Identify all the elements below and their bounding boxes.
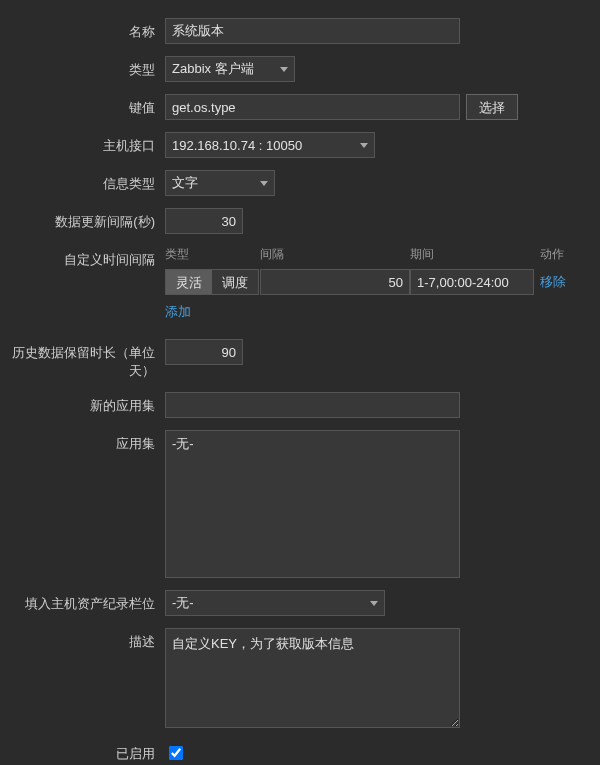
new-application-input[interactable] bbox=[165, 392, 460, 418]
label-key: 键值 bbox=[0, 94, 165, 117]
label-inventory: 填入主机资产纪录栏位 bbox=[0, 590, 165, 613]
type-select[interactable]: Zabbix 客户端 bbox=[165, 56, 295, 82]
label-custom-intervals: 自定义时间间隔 bbox=[0, 246, 165, 269]
inventory-select[interactable]: -无- bbox=[165, 590, 385, 616]
hdr-type: 类型 bbox=[165, 246, 260, 263]
chevron-down-icon bbox=[280, 67, 288, 72]
select-key-button[interactable]: 选择 bbox=[466, 94, 518, 120]
enabled-checkbox[interactable] bbox=[169, 746, 183, 760]
label-desc: 描述 bbox=[0, 628, 165, 651]
update-interval-input[interactable] bbox=[165, 208, 243, 234]
host-interface-value: 192.168.10.74 : 10050 bbox=[172, 138, 302, 153]
seg-scheduling-button[interactable]: 调度 bbox=[212, 270, 258, 294]
interval-value-input[interactable] bbox=[260, 269, 410, 295]
label-type: 类型 bbox=[0, 56, 165, 79]
label-name: 名称 bbox=[0, 18, 165, 41]
interval-type-segment: 灵活 调度 bbox=[165, 269, 259, 295]
label-enabled: 已启用 bbox=[0, 740, 165, 763]
hdr-action: 动作 bbox=[540, 246, 580, 263]
label-apps: 应用集 bbox=[0, 430, 165, 453]
description-textarea[interactable]: 自定义KEY，为了获取版本信息 bbox=[165, 628, 460, 728]
history-days-input[interactable] bbox=[165, 339, 243, 365]
label-update-interval: 数据更新间隔(秒) bbox=[0, 208, 165, 231]
label-info-type: 信息类型 bbox=[0, 170, 165, 193]
name-input[interactable] bbox=[165, 18, 460, 44]
applications-option-none[interactable]: -无- bbox=[172, 435, 453, 453]
label-host-if: 主机接口 bbox=[0, 132, 165, 155]
interval-period-input[interactable] bbox=[410, 269, 534, 295]
label-history-days: 历史数据保留时长（单位天） bbox=[0, 339, 165, 380]
interval-remove-link[interactable]: 移除 bbox=[540, 274, 566, 289]
chevron-down-icon bbox=[260, 181, 268, 186]
host-interface-select[interactable]: 192.168.10.74 : 10050 bbox=[165, 132, 375, 158]
custom-intervals-header: 类型 间隔 期间 动作 bbox=[165, 246, 580, 263]
custom-interval-row: 灵活 调度 移除 bbox=[165, 269, 580, 295]
type-select-value: Zabbix 客户端 bbox=[172, 60, 254, 78]
inventory-select-value: -无- bbox=[172, 594, 194, 612]
applications-listbox[interactable]: -无- bbox=[165, 430, 460, 578]
info-type-select[interactable]: 文字 bbox=[165, 170, 275, 196]
seg-flexible-button[interactable]: 灵活 bbox=[166, 270, 212, 294]
key-input[interactable] bbox=[165, 94, 460, 120]
hdr-interval: 间隔 bbox=[260, 246, 410, 263]
info-type-value: 文字 bbox=[172, 174, 198, 192]
item-form: 名称 类型 Zabbix 客户端 键值 选择 主机接口 192.168.10.7… bbox=[0, 0, 600, 765]
interval-add-link[interactable]: 添加 bbox=[165, 304, 191, 319]
chevron-down-icon bbox=[360, 143, 368, 148]
label-new-app: 新的应用集 bbox=[0, 392, 165, 415]
hdr-period: 期间 bbox=[410, 246, 540, 263]
chevron-down-icon bbox=[370, 601, 378, 606]
